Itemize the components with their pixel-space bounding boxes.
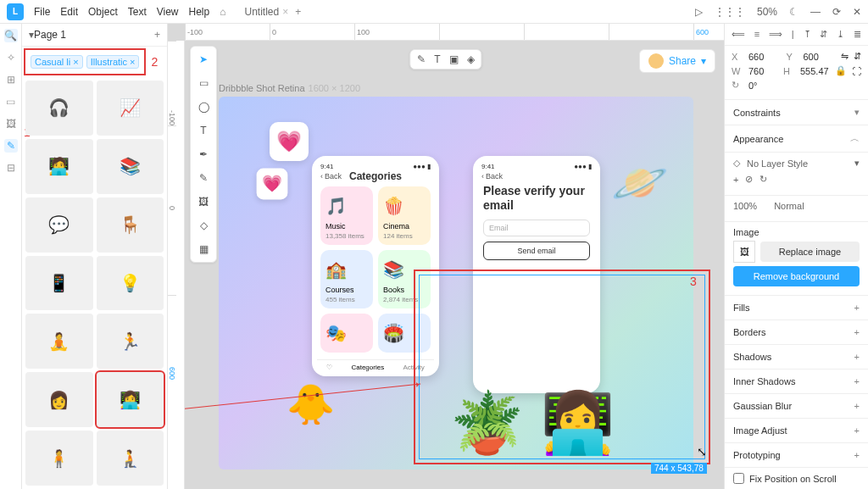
email-field[interactable]: Email — [483, 219, 590, 236]
asset-thumb[interactable]: 💡 — [97, 256, 164, 311]
flip-h-icon[interactable]: ⇋ — [841, 51, 849, 62]
inner-shadows-section[interactable]: Inner Shadows+ — [725, 370, 868, 394]
canvas[interactable]: -1000 100 600700 -1000 600 ➤ ▭ ◯ T ✒ ✎ 🖼… — [168, 24, 724, 489]
image-tool-icon[interactable]: 🖼 — [194, 192, 213, 211]
rail-icon-4[interactable]: ▭ — [4, 95, 18, 108]
filter-chip-1[interactable]: Casual li× — [31, 55, 83, 69]
chip-remove-icon[interactable]: × — [73, 57, 78, 67]
text-icon[interactable]: T — [434, 53, 440, 65]
align-bottom-icon[interactable]: ⤓ — [837, 29, 844, 40]
pencil-tool-icon[interactable]: ✎ — [194, 169, 213, 187]
align-center-h-icon[interactable]: ≡ — [754, 29, 760, 40]
appearance-section[interactable]: Appearance︿ — [725, 125, 868, 153]
align-right-icon[interactable]: ⟹ — [769, 29, 782, 40]
chevron-down-icon[interactable]: ▾ — [854, 158, 860, 169]
fills-section[interactable]: Fills+ — [725, 296, 868, 320]
asset-thumb[interactable]: 📱 — [25, 256, 93, 311]
chip-remove-icon[interactable]: × — [130, 57, 135, 67]
refresh-icon[interactable]: ⟳ — [832, 6, 841, 18]
asset-thumb-selected[interactable]: 👩‍💻 — [97, 372, 164, 427]
dark-mode-icon[interactable]: ☾ — [789, 6, 798, 18]
asset-thumb[interactable]: 🪑 — [97, 197, 164, 253]
menu-text[interactable]: Text — [128, 6, 147, 18]
oval-tool-icon[interactable]: ◯ — [194, 97, 213, 116]
prototyping-section[interactable]: Prototyping+ — [725, 443, 868, 468]
w-value[interactable]: 760 — [748, 66, 778, 76]
category-card[interactable]: 🎭 — [320, 314, 373, 353]
zoom-level[interactable]: 50% — [757, 6, 777, 18]
category-card[interactable]: 🏫Courses455 items — [320, 250, 373, 308]
asset-thumb[interactable]: 🎧 — [25, 81, 93, 136]
pen-tool-icon[interactable]: ✒ — [194, 145, 213, 164]
layer-style-select[interactable]: No Layer Style — [747, 158, 808, 169]
frame-label[interactable]: Dribbble Shot Retina1600 × 1200 — [219, 83, 360, 93]
reset-icon[interactable]: ⊘ — [745, 174, 753, 185]
send-button[interactable]: Send email — [483, 242, 590, 260]
asset-thumb[interactable]: 📈 — [97, 81, 164, 136]
rotation-value[interactable]: 0° — [748, 81, 861, 91]
fix-position-checkbox[interactable]: Fix Position on Scroll — [733, 473, 860, 484]
minimize-icon[interactable]: — — [810, 6, 821, 18]
back-button[interactable]: ‹ Back — [478, 170, 595, 182]
category-card[interactable]: 🎵Music13,358 items — [320, 186, 373, 245]
home-icon[interactable]: ⌂ — [220, 6, 225, 18]
page-title[interactable]: Page 1 — [34, 29, 66, 41]
align-middle-icon[interactable]: ⇵ — [820, 29, 827, 40]
adjust-section[interactable]: Image Adjust+ — [725, 419, 868, 443]
rail-icon-2[interactable]: ✧ — [4, 51, 18, 64]
refresh-style-icon[interactable]: ↻ — [760, 174, 767, 185]
play-icon[interactable]: ▷ — [695, 6, 703, 18]
asset-thumb[interactable]: 🧘 — [25, 314, 93, 369]
link-icon[interactable]: ⛶ — [852, 66, 861, 76]
menu-help[interactable]: Help — [189, 6, 210, 18]
asset-thumb[interactable]: 🧍 — [25, 431, 93, 486]
category-card[interactable]: 🍿Cinema124 items — [378, 186, 431, 245]
edit-icon[interactable]: ✎ — [417, 53, 426, 65]
rail-icon-7[interactable]: ⊟ — [4, 161, 18, 175]
menu-object[interactable]: Object — [88, 6, 118, 18]
component-icon[interactable]: ◈ — [467, 53, 475, 65]
rail-icon-3[interactable]: ⊞ — [4, 73, 18, 86]
add-style-icon[interactable]: + — [733, 175, 738, 185]
menu-view[interactable]: View — [157, 6, 179, 18]
document-tab[interactable]: Untitled × — [244, 6, 288, 18]
asset-thumb[interactable]: 🧑‍💻 — [25, 139, 93, 194]
pointer-tool-icon[interactable]: ➤ — [194, 50, 213, 69]
blur-section[interactable]: Gaussian Blur+ — [725, 394, 868, 419]
y-value[interactable]: 600 — [804, 52, 837, 62]
component-tool-icon[interactable]: ◇ — [194, 216, 213, 235]
remove-bg-button[interactable]: Remove background — [733, 266, 860, 286]
asset-thumb[interactable]: 💬 — [25, 197, 93, 253]
tabbar-heart-icon[interactable]: ♡ — [326, 364, 332, 371]
add-tab-icon[interactable]: + — [295, 6, 301, 18]
rail-icon-6[interactable]: ✎ — [4, 139, 18, 153]
h-value[interactable]: 555.47 — [800, 66, 830, 76]
filter-chip-2[interactable]: Illustratic× — [86, 55, 140, 69]
close-tab-icon[interactable]: × — [282, 6, 288, 18]
rect-tool-icon[interactable]: ▭ — [194, 74, 213, 92]
lock-icon[interactable]: 🔒 — [835, 65, 847, 76]
constraints-section[interactable]: Constraints▾ — [725, 100, 868, 125]
x-value[interactable]: 660 — [748, 52, 782, 62]
shadows-section[interactable]: Shadows+ — [725, 345, 868, 370]
replace-image-button[interactable]: Replace image — [760, 242, 860, 262]
asset-thumb[interactable]: 🏃 — [97, 314, 164, 369]
menu-file[interactable]: File — [34, 6, 50, 18]
share-button[interactable]: Share ▾ — [639, 49, 715, 73]
align-top-icon[interactable]: ⤒ — [804, 29, 811, 40]
menu-edit[interactable]: Edit — [60, 6, 78, 18]
flip-v-icon[interactable]: ⇵ — [854, 51, 861, 62]
align-left-icon[interactable]: ⟸ — [732, 29, 745, 40]
opacity-value[interactable]: 100% — [733, 201, 757, 211]
rail-search-icon[interactable]: 🔍 — [4, 29, 18, 42]
add-page-icon[interactable]: + — [154, 29, 160, 41]
grid-icon[interactable]: ⋮⋮⋮ — [715, 6, 745, 18]
rail-icon-5[interactable]: 🖼 — [4, 117, 18, 131]
blend-mode[interactable]: Normal — [774, 201, 804, 211]
resize-handle-icon[interactable]: ⤡ — [697, 445, 707, 458]
mask-icon[interactable]: ▣ — [449, 53, 459, 65]
close-window-icon[interactable]: ✕ — [853, 6, 861, 18]
asset-thumb[interactable]: 📚 — [97, 139, 164, 194]
distribute-icon[interactable]: ≣ — [854, 29, 861, 40]
grid-tool-icon[interactable]: ▦ — [194, 240, 213, 258]
